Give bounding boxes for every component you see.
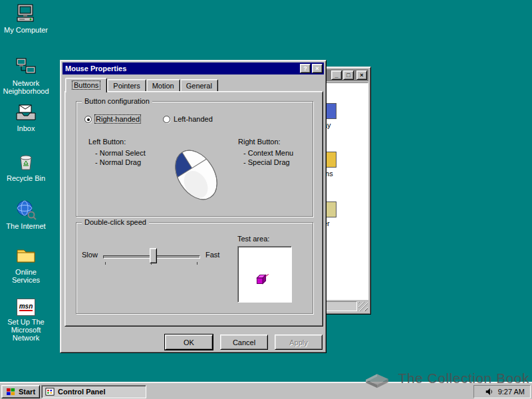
right-button-item: - Special Drag (243, 158, 290, 166)
msn-icon: msn (17, 299, 35, 316)
left-button-title: Left Button: (88, 138, 126, 146)
start-button[interactable]: Start (1, 385, 40, 398)
slider-tick (151, 262, 152, 265)
cancel-button[interactable]: Cancel (220, 334, 268, 350)
radio-dot[interactable] (163, 116, 170, 123)
network-neighborhood-icon (15, 56, 37, 77)
folder-icon (15, 245, 37, 266)
ok-button[interactable]: OK (165, 334, 213, 350)
test-area-box[interactable] (237, 246, 292, 303)
double-click-speed-group: Double-click speed Slow Fast Test area: (76, 222, 313, 314)
close-button[interactable]: × (356, 70, 367, 80)
resize-grip[interactable] (358, 302, 368, 311)
recycle-bin-icon (15, 151, 37, 172)
slider-tick (197, 262, 198, 265)
left-button-item: - Normal Select (95, 149, 146, 157)
watermark-text: The Collection Book (398, 370, 529, 386)
desktop-icon-online-services[interactable]: Online Services (1, 245, 51, 284)
dialog-titlebar[interactable]: Mouse Properties ? × (63, 63, 324, 74)
slow-label: Slow (82, 251, 98, 259)
tab-buttons[interactable]: Buttons (65, 78, 107, 92)
fast-label: Fast (205, 251, 219, 259)
radio-right-handed[interactable]: Right-handed (84, 115, 140, 123)
button-configuration-group: Button configuration Right-handed Left-h… (76, 101, 313, 217)
my-computer-icon (15, 3, 37, 24)
desktop-icon-recycle-bin[interactable]: Recycle Bin (1, 151, 51, 182)
tab-general[interactable]: General (180, 79, 218, 91)
radio-dot[interactable] (84, 116, 92, 123)
slider-tick (105, 262, 106, 265)
handedness-radios: Right-handed Left-handed (84, 115, 213, 123)
right-button-item: - Context Menu (243, 149, 293, 157)
group-label: Button configuration (82, 97, 152, 106)
control-panel-icon (45, 387, 55, 396)
desktop-icon-label: The Internet (6, 222, 45, 230)
desktop-icon-label: Recycle Bin (7, 174, 45, 182)
desktop-icon-label: My Computer (4, 26, 48, 34)
desktop-icon-label: Set Up The Microsoft Network (1, 318, 51, 342)
desktop-icon-label: Inbox (17, 124, 35, 132)
close-button[interactable]: × (312, 64, 323, 73)
mouse-properties-dialog: Mouse Properties ? × Buttons Pointers Mo… (60, 60, 327, 353)
taskbar-task-control-panel[interactable]: Control Panel (41, 385, 146, 398)
maximize-button[interactable]: □ (343, 70, 354, 80)
desktop-icon-the-internet[interactable]: The Internet (1, 199, 51, 230)
desktop-icon-label: Online Services (1, 268, 51, 284)
jack-in-the-box-icon (253, 271, 270, 288)
apply-button[interactable]: Apply (275, 334, 323, 350)
desktop-icon-inbox[interactable]: Inbox (1, 101, 51, 132)
tab-motion[interactable]: Motion (146, 79, 180, 91)
help-button[interactable]: ? (300, 64, 311, 73)
test-area-label: Test area: (237, 235, 269, 243)
mouse-illustration (162, 142, 231, 208)
dialog-title: Mouse Properties (65, 65, 300, 72)
tab-pointers[interactable]: Pointers (107, 79, 146, 91)
tab-strip: Buttons Pointers Motion General (65, 78, 218, 92)
right-button-title: Right Button: (238, 138, 281, 146)
start-label: Start (19, 388, 35, 396)
radio-left-handed[interactable]: Left-handed (163, 115, 213, 123)
msn-icon-text: msn (19, 303, 33, 311)
task-label: Control Panel (58, 388, 106, 396)
desktop-icon-network-neighborhood[interactable]: Network Neighborhood (1, 56, 51, 95)
book-icon (362, 367, 393, 390)
buttons-tab-page: Button configuration Right-handed Left-h… (65, 91, 323, 327)
left-button-item: - Normal Drag (95, 158, 141, 166)
internet-globe-icon (15, 199, 37, 220)
desktop-icon-setup-msn[interactable]: msn Set Up The Microsoft Network (1, 299, 51, 342)
desktop-icon-label: Network Neighborhood (1, 79, 51, 95)
minimize-button[interactable]: _ (331, 70, 342, 80)
slider-thumb[interactable] (150, 248, 157, 263)
watermark: The Collection Book (362, 367, 529, 390)
desktop-icon-my-computer[interactable]: My Computer (1, 3, 51, 34)
inbox-icon (15, 101, 37, 122)
windows-flag-icon (6, 388, 16, 396)
